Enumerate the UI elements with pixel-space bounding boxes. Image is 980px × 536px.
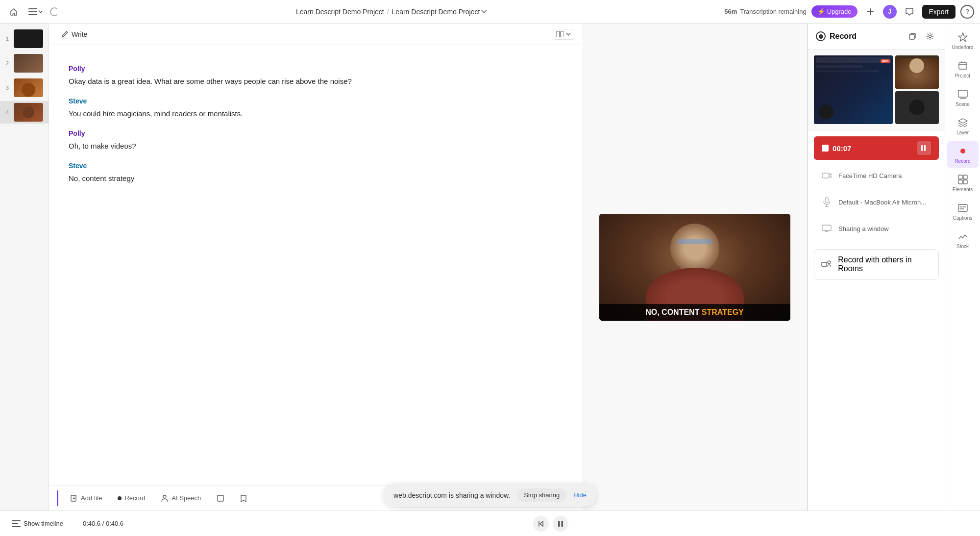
- mic-label: Default - MacBook Air Micron...: [838, 199, 933, 206]
- transcript-text-steve-2[interactable]: No, content strategy: [69, 173, 563, 184]
- sidebar-item-stock-label: Stock: [956, 244, 969, 249]
- sidebar-item-record[interactable]: Record: [947, 141, 979, 168]
- transcript-text-polly-2[interactable]: Oh, to make videos?: [69, 140, 563, 152]
- svg-point-6: [163, 495, 166, 498]
- transcript-block-polly-2: Polly Oh, to make videos?: [69, 129, 563, 152]
- sidebar-item-captions[interactable]: Captions: [947, 198, 979, 225]
- recording-controls: 00:07 FaceTime HD Camera: [808, 130, 945, 245]
- camera-selector[interactable]: FaceTime HD Camera: [814, 165, 939, 186]
- settings-button[interactable]: [923, 29, 937, 43]
- write-button[interactable]: Write: [57, 28, 91, 40]
- comments-button[interactable]: [902, 4, 917, 20]
- speaker-polly-1: Polly: [69, 65, 563, 73]
- svg-rect-4: [561, 31, 564, 37]
- skip-back-button[interactable]: [533, 516, 549, 532]
- breadcrumb: Learn Descript Demo Project / Learn Desc…: [63, 8, 720, 16]
- elements-icon: [957, 174, 969, 185]
- bookmark-button[interactable]: [236, 492, 251, 504]
- bolt-icon: ⚡: [817, 8, 825, 15]
- help-button[interactable]: ?: [960, 5, 974, 19]
- scene-button[interactable]: [213, 492, 228, 504]
- duplicate-button[interactable]: [906, 29, 919, 43]
- project-icon: [957, 60, 969, 72]
- thumbnail-item-2[interactable]: 2: [0, 52, 49, 75]
- sharing-window-selector[interactable]: Sharing a window: [814, 218, 939, 239]
- sidebar-item-layer[interactable]: Layer: [947, 113, 979, 139]
- transcript-text-steve-1[interactable]: You could hire magicians, mind readers o…: [69, 108, 563, 120]
- transcript-block-polly-1: Polly Okay data is a great idea. What ar…: [69, 65, 563, 87]
- cursor-indicator: [57, 490, 58, 506]
- view-toggle[interactable]: [553, 29, 574, 40]
- speaker-steve-2: Steve: [69, 162, 563, 170]
- svg-point-9: [929, 35, 931, 38]
- sidebar-item-elements[interactable]: Elements: [947, 170, 979, 196]
- svg-rect-16: [958, 90, 967, 97]
- speaker-polly-2: Polly: [69, 129, 563, 137]
- sidebar-item-scene[interactable]: Scene: [947, 84, 979, 111]
- transcript-text-polly-1[interactable]: Okay data is a great idea. What are some…: [69, 76, 563, 87]
- ai-speech-button[interactable]: AI Speech: [157, 492, 205, 504]
- thumbnail-image-2: [14, 54, 43, 73]
- thumbnail-item-3[interactable]: 3: [0, 77, 49, 99]
- thumbnail-item-1[interactable]: 1: [0, 27, 49, 50]
- pause-button[interactable]: [917, 141, 931, 155]
- record-panel: Record REC: [808, 24, 945, 510]
- editor-toolbar: Write: [49, 24, 582, 45]
- record-circle-icon: [816, 31, 826, 41]
- preview-main: REC: [814, 55, 893, 124]
- svg-rect-23: [558, 521, 560, 527]
- project-name-1: Learn Descript Demo Project: [296, 8, 384, 16]
- transcript-content: Polly Okay data is a great idea. What ar…: [49, 45, 582, 485]
- record-nav-icon: [957, 145, 969, 157]
- thumbnail-item-4[interactable]: 4: [0, 101, 49, 124]
- video-frame: NO, CONTENT STRATEGY: [599, 214, 790, 321]
- svg-rect-13: [822, 262, 827, 266]
- export-button[interactable]: Export: [922, 5, 956, 19]
- sidebar-item-stock[interactable]: Stock: [947, 227, 979, 253]
- user-avatar[interactable]: J: [883, 5, 897, 19]
- captions-icon: [957, 202, 969, 214]
- record-header-icons: [906, 29, 937, 43]
- pause-play-button[interactable]: [553, 516, 568, 532]
- camera-icon: [820, 169, 833, 182]
- add-file-button[interactable]: Add file: [66, 492, 106, 504]
- thumbnail-image-4: [14, 103, 43, 122]
- scene-icon: [957, 88, 969, 100]
- sidebar-item-layer-label: Layer: [956, 130, 969, 135]
- sidebar-item-captions-label: Captions: [953, 215, 972, 221]
- svg-rect-21: [963, 180, 967, 184]
- sidebar-item-record-label: Record: [955, 158, 970, 164]
- menu-button[interactable]: [25, 6, 46, 17]
- mic-selector[interactable]: Default - MacBook Air Micron...: [814, 191, 939, 213]
- svg-rect-20: [958, 180, 962, 184]
- show-timeline-button[interactable]: Show timeline: [8, 518, 67, 529]
- thumbnail-image-1: [14, 29, 43, 48]
- monitor-icon: [820, 222, 833, 235]
- sidebar-item-underlord[interactable]: Underlord: [947, 27, 979, 54]
- stop-sharing-button[interactable]: Stop sharing: [517, 488, 566, 502]
- record-with-others-button[interactable]: Record with others in Rooms: [814, 249, 939, 280]
- camera-label: FaceTime HD Camera: [838, 172, 933, 179]
- preview-secondary-1: [895, 55, 939, 89]
- stop-icon: [822, 145, 829, 152]
- add-button[interactable]: [862, 4, 878, 20]
- hide-button[interactable]: Hide: [573, 491, 587, 499]
- thumbnail-image-3: [14, 78, 43, 97]
- playback-controls: [533, 516, 568, 532]
- svg-rect-7: [218, 495, 223, 501]
- record-timer-button[interactable]: 00:07: [814, 136, 939, 160]
- record-panel-title: Record: [830, 32, 902, 41]
- rooms-icon: [820, 257, 833, 271]
- record-button-bottom[interactable]: Record: [114, 492, 149, 504]
- svg-rect-3: [556, 31, 560, 37]
- preview-grid: REC: [814, 55, 939, 124]
- sidebar-item-project[interactable]: Project: [947, 56, 979, 82]
- sidebar-item-elements-label: Elements: [953, 187, 973, 192]
- mic-icon: [820, 195, 833, 209]
- sharing-notification-bar: web.descript.com is sharing a window. St…: [384, 484, 596, 507]
- upgrade-button[interactable]: ⚡ Upgrade: [811, 5, 858, 18]
- home-button[interactable]: [6, 4, 22, 20]
- sync-icon: [50, 7, 59, 16]
- project-name-2[interactable]: Learn Descript Demo Project: [392, 8, 488, 16]
- right-nav: Underlord Project Scene Layer: [945, 24, 980, 510]
